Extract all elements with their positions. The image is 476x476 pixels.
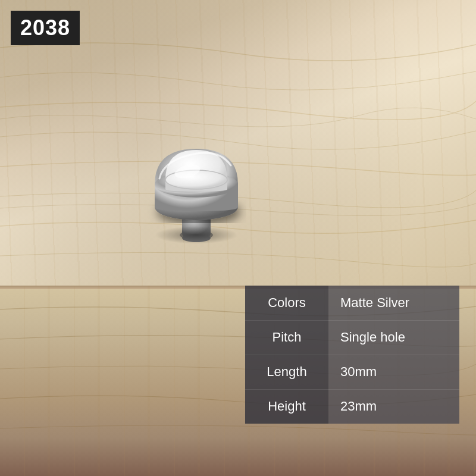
spec-label-3: Height <box>245 389 328 424</box>
spec-value-2: 30mm <box>328 355 459 389</box>
spec-value-1: Single hole <box>328 320 459 355</box>
spec-row: PitchSingle hole <box>245 320 459 355</box>
product-knob <box>137 119 256 250</box>
spec-value-3: 23mm <box>328 389 459 424</box>
specs-table: ColorsMatte SilverPitchSingle holeLength… <box>245 286 459 424</box>
background-wood: 2038 <box>0 0 476 476</box>
product-id: 2038 <box>20 15 70 40</box>
spec-value-0: Matte Silver <box>328 286 459 320</box>
spec-label-2: Length <box>245 355 328 389</box>
spec-row: Length30mm <box>245 355 459 389</box>
spec-label-1: Pitch <box>245 320 328 355</box>
product-badge: 2038 <box>11 11 80 45</box>
spec-row: ColorsMatte Silver <box>245 286 459 320</box>
spec-label-0: Colors <box>245 286 328 320</box>
spec-row: Height23mm <box>245 389 459 424</box>
knob-shadow <box>155 226 238 244</box>
